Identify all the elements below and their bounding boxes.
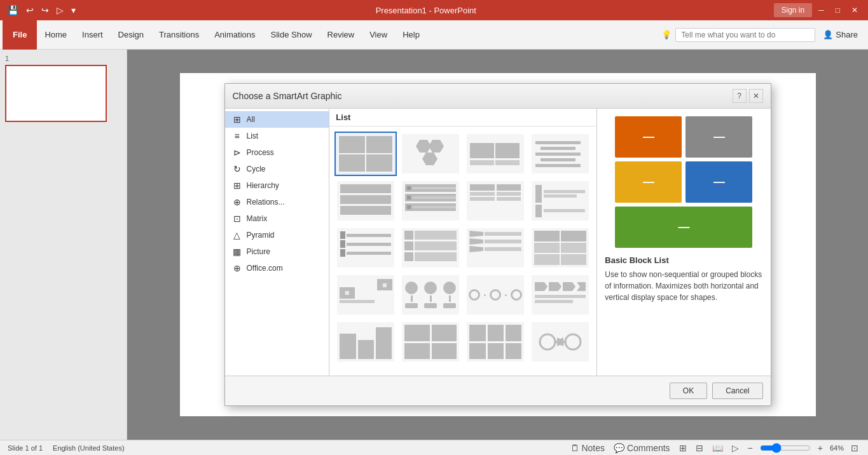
customize-qat[interactable]: ▾: [69, 4, 78, 17]
statusbar-left: Slide 1 of 1 English (United States): [8, 444, 125, 452]
zoom-level: 64%: [830, 444, 844, 452]
svg-marker-2: [422, 153, 437, 165]
preview-box-green: —: [615, 207, 752, 248]
graphic-picture-grid[interactable]: [399, 320, 462, 364]
graphic-vertical-box-list[interactable]: [529, 179, 591, 223]
ok-button[interactable]: OK: [670, 383, 707, 399]
graphic-horizontal-bullets[interactable]: [464, 132, 527, 176]
dialog-titlebar: Choose a SmartArt Graphic ? ✕: [225, 84, 771, 109]
reading-view-button[interactable]: 📖: [710, 443, 725, 453]
zoom-in-button[interactable]: +: [816, 443, 825, 453]
language: English (United States): [53, 444, 125, 452]
tab-slideshow[interactable]: Slide Show: [263, 20, 320, 50]
tab-help[interactable]: Help: [395, 20, 427, 50]
tell-me[interactable]: 💡: [661, 28, 815, 42]
graphic-hexagon-cluster[interactable]: [399, 132, 462, 176]
dialog-title: Choose a SmartArt Graphic: [233, 91, 342, 101]
comments-button[interactable]: 💬 Comments: [612, 443, 672, 453]
tab-file[interactable]: File: [3, 20, 37, 50]
section-label: List: [329, 109, 596, 126]
tab-home[interactable]: Home: [37, 20, 74, 50]
tab-review[interactable]: Review: [320, 20, 362, 50]
graphic-tab-list[interactable]: [334, 320, 397, 364]
graphic-basic-block-list[interactable]: [334, 132, 397, 176]
minimize-button[interactable]: ─: [813, 3, 829, 17]
restore-button[interactable]: □: [830, 3, 845, 17]
graphic-circle-list[interactable]: [464, 273, 527, 317]
main-area: 1 Choose a SmartArt Graphic ? ✕: [0, 50, 868, 440]
statusbar: Slide 1 of 1 English (United States) 🗒 N…: [0, 440, 868, 455]
graphic-picture-list1[interactable]: ▦ ▦: [334, 273, 397, 317]
slide-info: Slide 1 of 1: [8, 444, 43, 452]
graphic-text-list[interactable]: [529, 132, 591, 176]
cat-cycle[interactable]: ↻ Cycle: [225, 161, 329, 177]
svg-point-9: [540, 334, 555, 350]
tab-insert[interactable]: Insert: [74, 20, 111, 50]
normal-view-button[interactable]: ⊞: [677, 443, 689, 453]
graphic-horizontal-labeled[interactable]: [334, 226, 397, 270]
window-title: Presentation1 - PowerPoint: [376, 6, 476, 15]
share-button[interactable]: 👤 Share: [815, 30, 865, 39]
cat-list[interactable]: ≡ List: [225, 128, 329, 144]
graphic-stacked-list2[interactable]: [399, 179, 462, 223]
canvas-area: Choose a SmartArt Graphic ? ✕ ⊞ All: [127, 50, 868, 440]
tab-animations[interactable]: Animations: [207, 20, 263, 50]
save-button[interactable]: 💾: [5, 4, 21, 17]
cat-all[interactable]: ⊞ All: [225, 111, 329, 128]
notes-button[interactable]: 🗒 Notes: [568, 443, 607, 453]
dialog-close-button[interactable]: ✕: [749, 89, 763, 103]
title-bar: 💾 ↩ ↪ ▷ ▾ Presentation1 - PowerPoint Sig…: [0, 0, 868, 20]
graphic-grid-panel: List: [329, 109, 597, 376]
graphic-stacked-list1[interactable]: [334, 179, 397, 223]
present-button[interactable]: ▷: [54, 4, 66, 17]
quick-access-toolbar: 💾 ↩ ↪ ▷ ▾: [5, 4, 78, 17]
slide-panel: 1: [0, 50, 127, 440]
cat-office[interactable]: ⊕ Office.com: [225, 260, 329, 276]
preview-row-1: — —: [615, 116, 752, 158]
cat-relations[interactable]: ⊕ Relations...: [225, 194, 329, 210]
fit-slide-button[interactable]: ⊡: [849, 443, 860, 453]
zoom-slider[interactable]: [760, 443, 811, 453]
tab-design[interactable]: Design: [111, 20, 151, 50]
dialog-help-button[interactable]: ?: [733, 89, 747, 103]
graphic-trapezoid-list[interactable]: [464, 226, 527, 270]
graphic-arrow-list[interactable]: [529, 273, 591, 317]
preview-name: Basic Block List: [605, 255, 762, 265]
preview-panel: — — — — —: [597, 109, 770, 376]
lightbulb-icon: 💡: [661, 30, 672, 39]
svg-marker-1: [429, 140, 444, 153]
present-button[interactable]: ▷: [730, 443, 741, 453]
graphic-grouped-list[interactable]: [464, 179, 527, 223]
tab-transitions[interactable]: Transitions: [151, 20, 207, 50]
svg-marker-4: [549, 282, 561, 291]
cat-process[interactable]: ⊳ Process: [225, 144, 329, 161]
slide-thumbnail[interactable]: [5, 65, 107, 122]
redo-button[interactable]: ↪: [39, 4, 52, 17]
category-list: ⊞ All ≡ List ⊳ Process ↻: [225, 109, 330, 376]
matrix-icon: ⊡: [231, 214, 243, 224]
preview-description: Use to show non-sequential or grouped bl…: [605, 269, 762, 303]
tell-me-input[interactable]: [675, 28, 815, 42]
sign-in-button[interactable]: Sign in: [774, 3, 813, 17]
cat-pyramid[interactable]: △ Pyramid: [225, 227, 329, 243]
tab-view[interactable]: View: [362, 20, 395, 50]
preview-row-3: —: [615, 207, 752, 248]
graphic-square-accent[interactable]: [399, 226, 462, 270]
slide-sorter-button[interactable]: ⊟: [694, 443, 705, 453]
svg-point-10: [565, 334, 581, 350]
cat-matrix[interactable]: ⊡ Matrix: [225, 210, 329, 227]
undo-button[interactable]: ↩: [24, 4, 36, 17]
close-button[interactable]: ✕: [846, 3, 863, 17]
zoom-out-button[interactable]: −: [746, 443, 755, 453]
smartart-dialog: Choose a SmartArt Graphic ? ✕ ⊞ All: [224, 83, 771, 406]
graphic-table-list[interactable]: [529, 226, 591, 270]
list-icon: ≡: [231, 131, 243, 141]
cancel-button[interactable]: Cancel: [712, 383, 762, 399]
cat-picture[interactable]: ▦ Picture: [225, 243, 329, 260]
pyramid-icon: △: [231, 230, 243, 240]
graphic-cycle-list[interactable]: [529, 320, 591, 364]
cat-hierarchy[interactable]: ⊞ Hierarchy: [225, 177, 329, 194]
graphic-block-grid[interactable]: [464, 320, 527, 364]
svg-marker-5: [563, 282, 575, 291]
graphic-bubble-list[interactable]: [399, 273, 462, 317]
